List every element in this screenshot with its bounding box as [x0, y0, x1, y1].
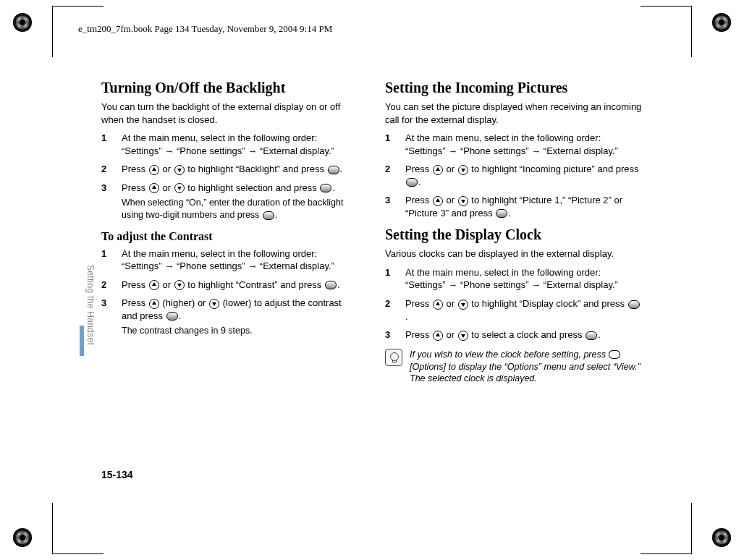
heading-backlight: Turning On/Off the Backlight — [101, 78, 359, 98]
steps-incoming: 1 At the main menu, select in the follow… — [385, 132, 643, 219]
list-item: 2 Press or to highlight “Contrast” and p… — [101, 279, 359, 292]
down-button-icon — [174, 280, 185, 290]
down-button-icon — [458, 300, 468, 310]
body: Turning On/Off the Backlight You can tur… — [101, 78, 643, 482]
list-item: 1 At the main menu, select in the follow… — [101, 132, 359, 157]
up-button-icon — [433, 331, 443, 341]
up-button-icon — [149, 165, 159, 175]
down-button-icon — [209, 299, 219, 309]
center-button-icon — [406, 178, 418, 187]
softkey-icon — [609, 350, 620, 359]
center-button-icon — [320, 184, 331, 192]
up-button-icon — [433, 300, 443, 310]
center-button-icon — [325, 281, 337, 289]
up-button-icon — [433, 196, 443, 206]
heading-incoming: Setting the Incoming Pictures — [385, 78, 643, 98]
center-button-icon — [263, 211, 274, 220]
down-button-icon — [174, 165, 185, 175]
crop-mark-icon — [52, 503, 103, 554]
list-item: 2 Press or to highlight “Display clock” … — [385, 297, 643, 323]
up-button-icon — [433, 165, 443, 175]
section-tab — [80, 326, 84, 356]
list-item: 2 Press or to highlight “Backlight” and … — [101, 163, 359, 176]
list-item: 2 Press or to highlight “Incoming pictur… — [385, 163, 643, 188]
page-number: 15-134 — [101, 469, 133, 480]
registration-dial-icon — [13, 13, 32, 32]
center-button-icon — [496, 209, 507, 218]
column-right: Setting the Incoming Pictures You can se… — [385, 78, 643, 482]
center-button-icon — [628, 300, 640, 309]
list-item: 1 At the main menu, select in the follow… — [385, 266, 643, 292]
heading-contrast: To adjust the Contrast — [101, 229, 359, 245]
steps-clock: 1 At the main menu, select in the follow… — [385, 266, 643, 341]
center-button-icon — [586, 331, 597, 340]
registration-dial-icon — [712, 528, 731, 547]
intro-backlight: You can turn the backlight of the extern… — [101, 101, 359, 126]
down-button-icon — [458, 196, 468, 206]
down-button-icon — [458, 331, 468, 341]
list-item: 3 Press or to select a clock and press . — [385, 328, 643, 341]
center-button-icon — [166, 312, 178, 321]
list-item: 3 Press (higher) or (lower) to adjust th… — [101, 297, 359, 337]
crop-mark-icon — [641, 6, 692, 57]
down-button-icon — [174, 183, 185, 193]
list-item: 1 At the main menu, select in the follow… — [385, 132, 643, 157]
up-button-icon — [149, 280, 159, 290]
steps-contrast: 1 At the main menu, select in the follow… — [101, 247, 359, 338]
list-item: 3 Press or to highlight selection and pr… — [101, 182, 359, 221]
lightbulb-icon — [385, 349, 402, 366]
registration-dial-icon — [13, 528, 32, 547]
steps-backlight: 1 At the main menu, select in the follow… — [101, 132, 359, 221]
list-item: 1 At the main menu, select in the follow… — [101, 247, 359, 273]
intro-incoming: You can set the picture displayed when r… — [385, 101, 643, 126]
down-button-icon — [458, 165, 468, 175]
column-left: Turning On/Off the Backlight You can tur… — [101, 78, 359, 482]
page: e_tm200_7fm.book Page 134 Tuesday, Novem… — [0, 0, 744, 560]
center-button-icon — [328, 166, 339, 174]
list-item: 3 Press or to highlight “Picture 1,” “Pi… — [385, 194, 643, 219]
up-button-icon — [149, 299, 159, 309]
section-label: Setting the Handset — [85, 265, 96, 345]
tip-box: If you wish to view the clock before set… — [385, 349, 643, 386]
crop-mark-icon — [641, 503, 692, 554]
heading-clock: Setting the Display Clock — [385, 225, 643, 245]
intro-clock: Various clocks can be displayed in the e… — [385, 247, 643, 260]
up-button-icon — [149, 183, 159, 193]
registration-dial-icon — [712, 13, 731, 32]
page-header: e_tm200_7fm.book Page 134 Tuesday, Novem… — [78, 23, 332, 35]
